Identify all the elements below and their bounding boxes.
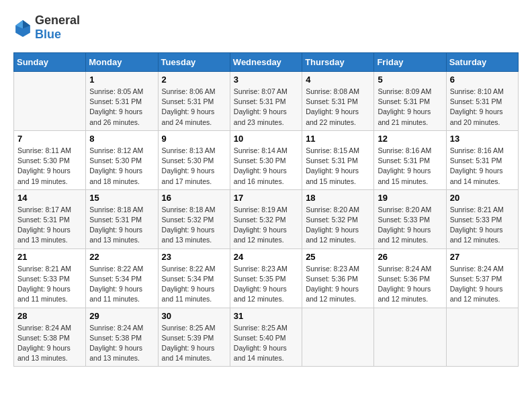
day-detail: Sunrise: 8:20 AMSunset: 5:33 PMDaylight:… <box>378 205 442 246</box>
calendar-cell: 30Sunrise: 8:25 AMSunset: 5:39 PMDayligh… <box>158 308 230 367</box>
calendar-cell: 3Sunrise: 8:07 AMSunset: 5:31 PMDaylight… <box>230 72 302 131</box>
day-number: 17 <box>234 193 298 203</box>
day-detail: Sunrise: 8:22 AMSunset: 5:34 PMDaylight:… <box>89 264 154 305</box>
day-number: 11 <box>306 134 370 144</box>
calendar-cell: 31Sunrise: 8:25 AMSunset: 5:40 PMDayligh… <box>230 308 302 367</box>
calendar-cell: 2Sunrise: 8:06 AMSunset: 5:31 PMDaylight… <box>158 72 230 131</box>
calendar-cell: 12Sunrise: 8:16 AMSunset: 5:31 PMDayligh… <box>374 130 446 189</box>
day-detail: Sunrise: 8:06 AMSunset: 5:31 PMDaylight:… <box>162 87 226 128</box>
calendar-cell: 18Sunrise: 8:20 AMSunset: 5:32 PMDayligh… <box>302 189 374 248</box>
calendar-cell <box>446 308 518 367</box>
calendar-cell <box>14 72 86 131</box>
day-number: 16 <box>162 193 226 203</box>
day-detail: Sunrise: 8:25 AMSunset: 5:40 PMDaylight:… <box>234 323 298 364</box>
day-number: 20 <box>450 193 515 203</box>
day-detail: Sunrise: 8:13 AMSunset: 5:30 PMDaylight:… <box>162 146 226 187</box>
day-number: 12 <box>378 134 442 144</box>
day-number: 29 <box>89 311 154 321</box>
day-number: 25 <box>306 252 370 262</box>
calendar-cell: 11Sunrise: 8:15 AMSunset: 5:31 PMDayligh… <box>302 130 374 189</box>
day-detail: Sunrise: 8:24 AMSunset: 5:37 PMDaylight:… <box>450 264 515 305</box>
day-number: 1 <box>89 75 154 85</box>
day-number: 28 <box>17 311 82 321</box>
calendar-cell: 29Sunrise: 8:24 AMSunset: 5:38 PMDayligh… <box>86 308 158 367</box>
calendar-cell: 15Sunrise: 8:18 AMSunset: 5:31 PMDayligh… <box>86 189 158 248</box>
day-number: 26 <box>378 252 442 262</box>
calendar-cell: 17Sunrise: 8:19 AMSunset: 5:32 PMDayligh… <box>230 189 302 248</box>
calendar-cell <box>374 308 446 367</box>
day-number: 22 <box>89 252 154 262</box>
calendar-cell: 10Sunrise: 8:14 AMSunset: 5:30 PMDayligh… <box>230 130 302 189</box>
day-detail: Sunrise: 8:24 AMSunset: 5:38 PMDaylight:… <box>17 323 82 364</box>
day-number: 15 <box>89 193 154 203</box>
day-number: 27 <box>450 252 515 262</box>
day-number: 4 <box>306 75 370 85</box>
day-detail: Sunrise: 8:23 AMSunset: 5:36 PMDaylight:… <box>306 264 370 305</box>
day-detail: Sunrise: 8:17 AMSunset: 5:31 PMDaylight:… <box>17 205 82 246</box>
day-number: 18 <box>306 193 370 203</box>
calendar-cell: 7Sunrise: 8:11 AMSunset: 5:30 PMDaylight… <box>14 130 86 189</box>
logo-general-text: General <box>35 13 80 27</box>
day-detail: Sunrise: 8:23 AMSunset: 5:35 PMDaylight:… <box>234 264 298 305</box>
day-number: 14 <box>17 193 82 203</box>
day-number: 21 <box>17 252 82 262</box>
day-of-week-header: Friday <box>374 53 446 72</box>
day-detail: Sunrise: 8:20 AMSunset: 5:32 PMDaylight:… <box>306 205 370 246</box>
calendar-header: SundayMondayTuesdayWednesdayThursdayFrid… <box>14 53 519 72</box>
calendar-cell: 9Sunrise: 8:13 AMSunset: 5:30 PMDaylight… <box>158 130 230 189</box>
day-detail: Sunrise: 8:16 AMSunset: 5:31 PMDaylight:… <box>450 146 515 187</box>
calendar-cell: 20Sunrise: 8:21 AMSunset: 5:33 PMDayligh… <box>446 189 518 248</box>
day-detail: Sunrise: 8:15 AMSunset: 5:31 PMDaylight:… <box>306 146 370 187</box>
day-detail: Sunrise: 8:05 AMSunset: 5:31 PMDaylight:… <box>89 87 154 128</box>
day-number: 10 <box>234 134 298 144</box>
logo: General Blue <box>13 13 80 42</box>
calendar-cell: 21Sunrise: 8:21 AMSunset: 5:33 PMDayligh… <box>14 248 86 308</box>
calendar-week-row: 7Sunrise: 8:11 AMSunset: 5:30 PMDaylight… <box>14 130 519 189</box>
day-detail: Sunrise: 8:19 AMSunset: 5:32 PMDaylight:… <box>234 205 298 246</box>
calendar-cell: 8Sunrise: 8:12 AMSunset: 5:30 PMDaylight… <box>86 130 158 189</box>
day-number: 7 <box>17 134 82 144</box>
day-of-week-header: Monday <box>86 53 158 72</box>
day-detail: Sunrise: 8:10 AMSunset: 5:31 PMDaylight:… <box>450 87 515 128</box>
day-detail: Sunrise: 8:12 AMSunset: 5:30 PMDaylight:… <box>89 146 154 187</box>
calendar-week-row: 21Sunrise: 8:21 AMSunset: 5:33 PMDayligh… <box>14 248 519 308</box>
day-of-week-header: Sunday <box>14 53 86 72</box>
day-detail: Sunrise: 8:14 AMSunset: 5:30 PMDaylight:… <box>234 146 298 187</box>
day-number: 31 <box>234 311 298 321</box>
logo-blue-text: Blue <box>35 28 61 41</box>
day-detail: Sunrise: 8:22 AMSunset: 5:34 PMDaylight:… <box>162 264 226 305</box>
calendar-cell: 1Sunrise: 8:05 AMSunset: 5:31 PMDaylight… <box>86 72 158 131</box>
day-number: 19 <box>378 193 442 203</box>
day-of-week-header: Saturday <box>446 53 518 72</box>
calendar-table: SundayMondayTuesdayWednesdayThursdayFrid… <box>13 52 519 367</box>
day-number: 9 <box>162 134 226 144</box>
calendar-cell: 26Sunrise: 8:24 AMSunset: 5:36 PMDayligh… <box>374 248 446 308</box>
calendar-cell: 4Sunrise: 8:08 AMSunset: 5:31 PMDaylight… <box>302 72 374 131</box>
day-number: 3 <box>234 75 298 85</box>
logo-icon <box>13 18 32 37</box>
calendar-cell: 24Sunrise: 8:23 AMSunset: 5:35 PMDayligh… <box>230 248 302 308</box>
calendar-week-row: 28Sunrise: 8:24 AMSunset: 5:38 PMDayligh… <box>14 308 519 367</box>
day-number: 23 <box>162 252 226 262</box>
calendar-cell: 16Sunrise: 8:18 AMSunset: 5:32 PMDayligh… <box>158 189 230 248</box>
day-detail: Sunrise: 8:16 AMSunset: 5:31 PMDaylight:… <box>378 146 442 187</box>
day-detail: Sunrise: 8:08 AMSunset: 5:31 PMDaylight:… <box>306 87 370 128</box>
calendar-cell: 28Sunrise: 8:24 AMSunset: 5:38 PMDayligh… <box>14 308 86 367</box>
day-detail: Sunrise: 8:18 AMSunset: 5:32 PMDaylight:… <box>162 205 226 246</box>
day-of-week-header: Tuesday <box>158 53 230 72</box>
calendar-cell: 25Sunrise: 8:23 AMSunset: 5:36 PMDayligh… <box>302 248 374 308</box>
page-header: General Blue <box>13 13 519 42</box>
day-number: 6 <box>450 75 515 85</box>
calendar-cell: 13Sunrise: 8:16 AMSunset: 5:31 PMDayligh… <box>446 130 518 189</box>
day-detail: Sunrise: 8:24 AMSunset: 5:38 PMDaylight:… <box>89 323 154 364</box>
day-number: 8 <box>89 134 154 144</box>
day-number: 30 <box>162 311 226 321</box>
day-detail: Sunrise: 8:21 AMSunset: 5:33 PMDaylight:… <box>450 205 515 246</box>
calendar-body: 1Sunrise: 8:05 AMSunset: 5:31 PMDaylight… <box>14 72 519 367</box>
day-detail: Sunrise: 8:07 AMSunset: 5:31 PMDaylight:… <box>234 87 298 128</box>
day-number: 13 <box>450 134 515 144</box>
day-detail: Sunrise: 8:09 AMSunset: 5:31 PMDaylight:… <box>378 87 442 128</box>
day-of-week-header: Wednesday <box>230 53 302 72</box>
calendar-cell: 19Sunrise: 8:20 AMSunset: 5:33 PMDayligh… <box>374 189 446 248</box>
calendar-cell: 5Sunrise: 8:09 AMSunset: 5:31 PMDaylight… <box>374 72 446 131</box>
